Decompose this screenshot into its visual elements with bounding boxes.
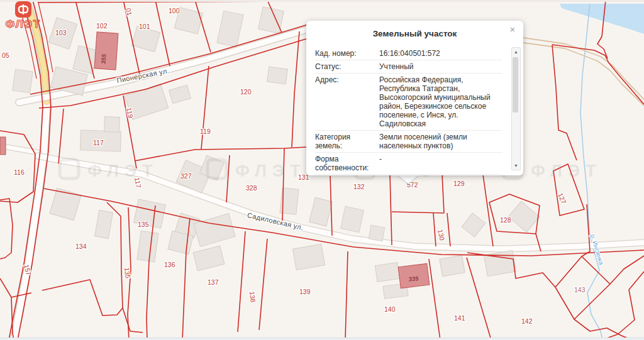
popup-scrollbar[interactable]: ▲ ▼ [511, 47, 521, 170]
field-label: Статус: [315, 62, 370, 71]
parcel-label[interactable]: 143 [574, 286, 586, 293]
field-value: 16:16:040501:572 [379, 49, 502, 58]
parcel-label[interactable]: 137 [208, 278, 219, 286]
building-number-label: 355 [99, 53, 107, 64]
popup-pointer [397, 175, 419, 184]
svg-text:ФЛЭТ: ФЛЭТ [87, 162, 158, 180]
parcel-info-popup: × Земельный участок Кад. номер: 16:16:04… [306, 21, 523, 175]
building-number-label: 335 [408, 275, 419, 283]
parcel-label[interactable]: 138 [248, 291, 257, 303]
field-label: Адрес: [315, 75, 370, 128]
parcel-label[interactable]: 136 [164, 261, 175, 268]
info-row: Кадастровая стоимость: 233528.94 руб [315, 175, 502, 175]
parcel-label[interactable]: 328 [246, 184, 257, 192]
flet-logo: ФЛЭТ [0, 0, 47, 30]
parcel-label[interactable]: 134 [75, 243, 87, 250]
field-label: Кад. номер: [315, 49, 370, 58]
close-icon[interactable]: × [508, 25, 518, 35]
parcel-label[interactable]: 119 [200, 128, 211, 135]
field-label: Категория земель: [315, 133, 370, 150]
parcel-label[interactable]: 327 [180, 172, 192, 180]
field-label: Форма собственности: [315, 155, 370, 172]
parcel-label[interactable]: 120 [240, 88, 252, 96]
parcel-label[interactable]: 135 [123, 267, 132, 279]
info-row: Категория земель: Земли поселений (земли… [315, 131, 502, 153]
field-value: - [379, 155, 502, 172]
parcel-label[interactable]: 128 [500, 216, 511, 224]
parcel-label[interactable]: 116 [14, 168, 25, 176]
cadastral-map-app: 05 103 102 101 100 01 119 120 119 117 11… [0, 0, 644, 340]
bottom-edge-line [0, 337, 644, 338]
parcel-label[interactable]: 142 [521, 317, 533, 325]
parcel-label[interactable]: 103 [55, 29, 67, 36]
info-row: Статус: Учтенный [315, 60, 502, 74]
parcel-label[interactable]: 141 [454, 314, 465, 322]
svg-text:ФЛЭТ: ФЛЭТ [235, 162, 306, 180]
parcel-label[interactable]: 102 [96, 22, 108, 30]
field-value: Земли поселений (земли населенных пункто… [379, 133, 502, 150]
scroll-up-icon[interactable]: ▲ [512, 48, 520, 56]
scrollbar-thumb[interactable] [513, 57, 518, 112]
parcel-label[interactable]: 100 [169, 7, 180, 14]
popup-title: Земельный участок [306, 29, 523, 38]
svg-text:ФЛЭТ: ФЛЭТ [531, 162, 602, 180]
parcel-label[interactable]: 132 [353, 183, 365, 190]
flet-logo-text: ФЛЭТ [6, 18, 41, 30]
top-edge-strip [0, 0, 644, 2]
parcel-label[interactable]: 05 [2, 52, 9, 59]
popup-rows: Кад. номер: 16:16:040501:572 Статус: Учт… [315, 47, 502, 175]
info-row: Форма собственности: - [315, 153, 502, 175]
parcel-label[interactable]: 101 [139, 23, 150, 30]
info-row: Адрес: Российская Федерация, Республика … [315, 74, 502, 131]
scroll-down-icon[interactable]: ▼ [512, 162, 520, 170]
parcel-label[interactable]: 117 [93, 139, 104, 146]
parcel-label[interactable]: 135 [138, 221, 149, 228]
field-value: Учтенный [379, 62, 502, 71]
parcel-label[interactable]: 140 [384, 305, 396, 313]
parcel-label[interactable]: 139 [299, 288, 311, 295]
info-row: Кад. номер: 16:16:040501:572 [315, 47, 502, 60]
parcel-label[interactable]: 129 [453, 180, 465, 187]
field-value: Российская Федерация, Республика Татарст… [379, 75, 502, 128]
